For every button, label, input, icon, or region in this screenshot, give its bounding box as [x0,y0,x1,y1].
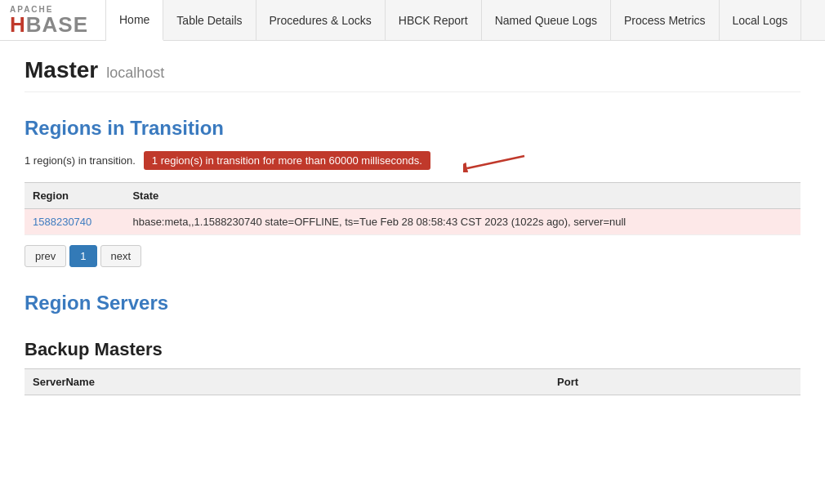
cell-state: hbase:meta,,1.1588230740 state=OFFLINE, … [124,209,800,235]
brand-hbase-text: HBASE [10,12,88,37]
prev-page-button[interactable]: prev [25,245,66,267]
alert-badge: 1 region(s) in transition for more than … [144,151,430,170]
transition-info-row: 1 region(s) in transition. 1 region(s) i… [25,148,800,172]
main-content: Master localhost Regions in Transition 1… [0,41,825,412]
page-subtitle: localhost [106,65,164,82]
page-title: Master [25,57,98,83]
col-server-name: ServerName [25,369,549,395]
col-port: Port [549,369,800,395]
col-region: Region [25,183,124,209]
arrow-icon [463,148,528,172]
region-servers-section: Region Servers [25,292,800,314]
nav-items: Home Table Details Procedures & Locks HB… [106,0,801,40]
col-state: State [124,183,800,209]
backup-masters-heading: Backup Masters [25,339,800,360]
table-row: 1588230740hbase:meta,,1.1588230740 state… [25,209,800,235]
regions-in-transition-section: Regions in Transition 1 region(s) in tra… [25,117,800,267]
backup-masters-section: Backup Masters ServerName Port [25,339,800,395]
nav-local-logs[interactable]: Local Logs [720,0,802,40]
backup-masters-table: ServerName Port [25,368,800,395]
pagination: prev 1 next [25,245,800,267]
nav-hbck-report[interactable]: HBCK Report [386,0,482,40]
nav-procedures-locks[interactable]: Procedures & Locks [256,0,386,40]
table-header-row: Region State [25,183,800,209]
navbar: APACHE HBASE Home Table Details Procedur… [0,0,825,41]
svg-line-1 [467,156,524,168]
nav-home[interactable]: Home [106,0,163,41]
nav-process-metrics[interactable]: Process Metrics [611,0,720,40]
backup-table-header-row: ServerName Port [25,369,800,395]
nav-table-details[interactable]: Table Details [163,0,256,40]
cell-region: 1588230740 [25,209,124,235]
region-servers-heading: Region Servers [25,292,800,314]
regions-in-transition-heading: Regions in Transition [25,117,800,140]
brand-logo: APACHE HBASE [0,0,106,40]
transition-count-text: 1 region(s) in transition. [25,154,136,167]
next-page-button[interactable]: next [100,245,142,267]
current-page-button[interactable]: 1 [69,245,96,267]
page-header: Master localhost [25,57,800,92]
nav-named-queue-logs[interactable]: Named Queue Logs [482,0,611,40]
arrow-indicator [463,148,528,172]
regions-table: Region State 1588230740hbase:meta,,1.158… [25,182,800,235]
